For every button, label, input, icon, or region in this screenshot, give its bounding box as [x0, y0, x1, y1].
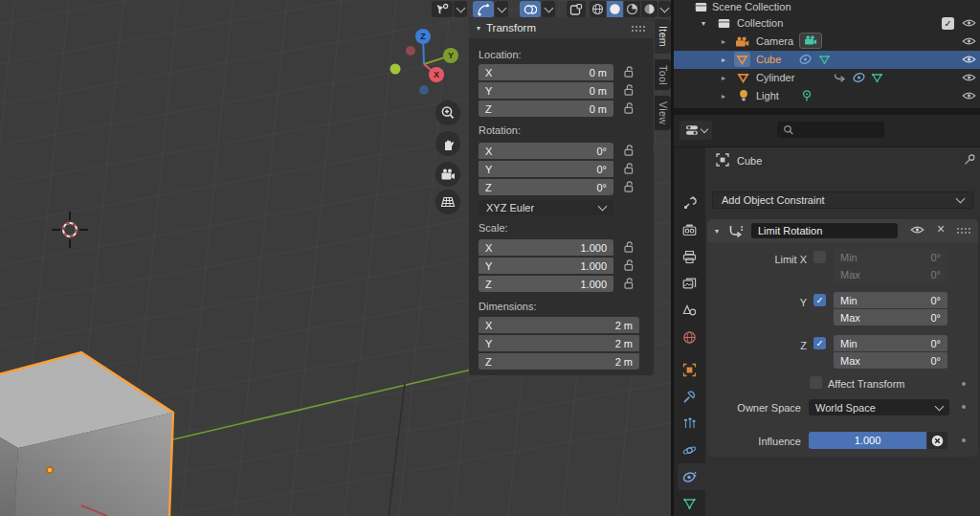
gizmo-neg-z-ball[interactable] — [419, 85, 429, 95]
limit-y-checkbox[interactable]: ✓ — [813, 294, 826, 306]
visibility-eye-icon[interactable] — [962, 18, 976, 30]
tab-particles[interactable] — [682, 416, 697, 433]
show-overlays-toggle[interactable] — [520, 1, 541, 17]
influence-clear-button[interactable] — [927, 432, 947, 449]
affect-transform-checkbox[interactable] — [810, 376, 822, 389]
search-input[interactable] — [777, 122, 884, 138]
scale-x-field[interactable]: X 1.000 — [479, 239, 613, 256]
limit-z-checkbox[interactable]: ✓ — [813, 337, 826, 349]
shading-wireframe-button[interactable] — [590, 1, 606, 17]
limit-z-max-field[interactable]: Max 0° — [834, 352, 947, 369]
influence-slider[interactable]: 1.000 — [809, 432, 926, 449]
navigation-gizmo[interactable]: Z Y X — [388, 25, 462, 103]
tab-view-layer[interactable] — [682, 277, 697, 293]
expand-arrow-icon[interactable]: ▸ — [722, 74, 725, 82]
lock-icon[interactable] — [624, 241, 635, 256]
location-x-field[interactable]: X 0 m — [479, 64, 613, 80]
tab-world[interactable] — [682, 330, 697, 347]
snap-dropdown[interactable] — [454, 1, 467, 17]
tab-scene[interactable] — [682, 303, 697, 320]
snap-toggle-button[interactable] — [432, 1, 453, 17]
dimensions-x-field[interactable]: X 2 m — [479, 317, 639, 333]
tab-view[interactable]: View — [655, 96, 671, 130]
tab-object[interactable] — [682, 363, 697, 379]
expand-arrow-icon[interactable]: ▸ — [722, 92, 725, 101]
lock-icon[interactable] — [624, 102, 635, 117]
visibility-eye-icon[interactable] — [962, 91, 976, 102]
tab-tool-settings[interactable] — [682, 195, 697, 212]
drag-handle-icon[interactable] — [631, 25, 646, 32]
orthographic-toggle-button[interactable] — [435, 190, 460, 214]
tab-output[interactable] — [682, 250, 697, 266]
owner-space-dropdown[interactable]: World Space — [809, 399, 949, 415]
shading-dropdown[interactable] — [658, 1, 671, 17]
visibility-eye-icon[interactable] — [962, 73, 976, 84]
lock-icon[interactable] — [624, 259, 635, 274]
outliner-row-cube[interactable]: ▸ Cube — [674, 51, 980, 69]
show-gizmos-toggle[interactable] — [473, 1, 494, 17]
gizmo-neg-y-ball[interactable] — [390, 64, 401, 75]
tab-modifiers[interactable] — [682, 390, 697, 406]
collection-checkbox[interactable]: ✓ — [942, 17, 954, 30]
expand-arrow-icon[interactable]: ▾ — [702, 19, 705, 28]
collapse-arrow-icon[interactable]: ▾ — [477, 24, 480, 33]
visibility-eye-icon[interactable] — [962, 36, 976, 48]
overlays-dropdown[interactable] — [542, 1, 555, 17]
shading-rendered-button[interactable] — [641, 1, 657, 17]
lock-icon[interactable] — [624, 163, 635, 177]
outliner-row-collection[interactable]: ▾ Collection ✓ — [674, 14, 980, 33]
scale-y-field[interactable]: Y 1.000 — [479, 258, 613, 274]
tab-render[interactable] — [682, 223, 697, 239]
editor-type-button[interactable] — [679, 121, 712, 140]
camera-data-badge[interactable] — [799, 33, 822, 49]
xray-toggle[interactable] — [567, 1, 586, 17]
transform-panel-header[interactable]: ▾ Transform — [469, 17, 654, 38]
shading-solid-button[interactable] — [607, 1, 623, 17]
constraint-panel-header[interactable]: ▾ Limit Rotation × — [707, 219, 978, 242]
constraint-name-field[interactable]: Limit Rotation — [751, 223, 898, 238]
limit-x-checkbox[interactable] — [813, 251, 826, 263]
outliner-row-cylinder[interactable]: ▸ Cylinder — [674, 69, 980, 87]
rotation-z-field[interactable]: Z 0° — [479, 179, 613, 195]
breadcrumb-object[interactable]: Cube — [737, 155, 762, 167]
limit-z-min-field[interactable]: Min 0° — [834, 335, 947, 351]
camera-view-button[interactable] — [435, 162, 460, 187]
collapse-arrow-icon[interactable]: ▾ — [715, 227, 719, 236]
expand-arrow-icon[interactable]: ▸ — [722, 37, 725, 46]
rotation-y-field[interactable]: Y 0° — [479, 161, 613, 177]
location-z-field[interactable]: Z 0 m — [479, 101, 613, 117]
visibility-eye-icon[interactable] — [962, 55, 976, 66]
drag-handle-icon[interactable] — [956, 227, 971, 234]
rotation-x-field[interactable]: X 0° — [479, 143, 613, 159]
lock-icon[interactable] — [624, 84, 635, 99]
expand-arrow-icon[interactable]: ▸ — [722, 56, 725, 64]
tab-tool[interactable]: Tool — [655, 59, 671, 90]
shading-material-button[interactable] — [624, 1, 640, 17]
outliner-row-light[interactable]: ▸ Light — [674, 87, 980, 105]
outliner-row-camera[interactable]: ▸ Camera — [674, 33, 980, 51]
tab-object-constraints[interactable] — [682, 470, 697, 486]
limit-y-min-field[interactable]: Min 0° — [834, 292, 947, 308]
add-constraint-button[interactable]: Add Object Constraint — [712, 191, 973, 209]
pan-button[interactable] — [435, 131, 460, 156]
tab-object-data[interactable] — [682, 497, 697, 513]
animate-dot[interactable] — [962, 382, 966, 386]
scale-z-field[interactable]: Z 1.000 — [479, 276, 613, 292]
location-y-field[interactable]: Y 0 m — [479, 82, 613, 99]
gizmos-dropdown[interactable] — [495, 1, 508, 17]
gizmo-y-ball[interactable]: Y — [443, 48, 458, 63]
lock-icon[interactable] — [624, 181, 635, 195]
dimensions-y-field[interactable]: Y 2 m — [479, 335, 639, 351]
area-divider[interactable] — [674, 108, 980, 115]
animate-dot[interactable] — [962, 438, 966, 442]
delete-constraint-icon[interactable]: × — [937, 221, 945, 236]
lock-icon[interactable] — [624, 278, 635, 292]
tab-physics[interactable] — [682, 443, 697, 460]
limit-y-max-field[interactable]: Max 0° — [834, 309, 947, 325]
pin-icon[interactable] — [963, 153, 976, 168]
cube-object[interactable] — [0, 352, 173, 516]
zoom-button[interactable] — [435, 101, 460, 125]
gizmo-x-ball[interactable]: X — [429, 67, 444, 82]
gizmo-neg-x-ball[interactable] — [406, 46, 415, 56]
constraint-visibility-eye-icon[interactable] — [910, 225, 924, 236]
